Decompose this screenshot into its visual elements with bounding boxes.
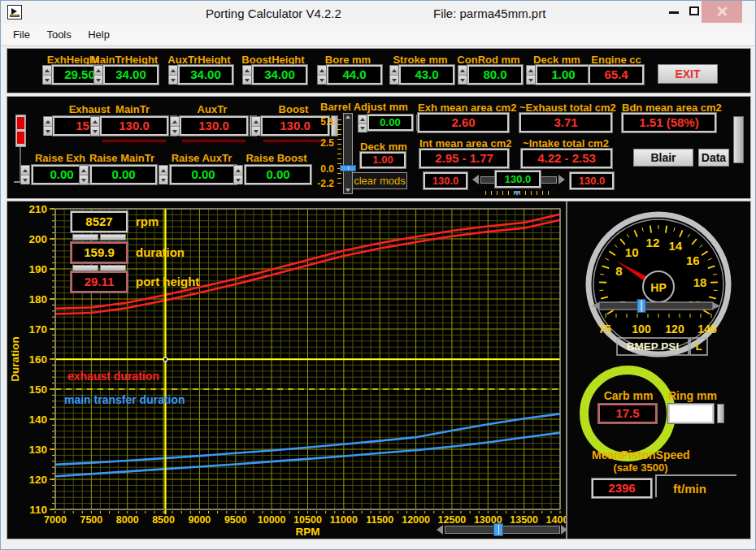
barrel-spinner[interactable] bbox=[358, 115, 367, 132]
raise-field[interactable]: 0.00 bbox=[245, 165, 311, 184]
spin-down-icon[interactable] bbox=[390, 76, 398, 84]
raise-field[interactable]: 0.00 bbox=[170, 165, 237, 184]
spin-up-icon[interactable] bbox=[252, 117, 260, 127]
geometry-field[interactable]: 34.00 bbox=[252, 65, 307, 84]
chart-scrollbar-handle[interactable] bbox=[493, 523, 503, 536]
spin-up-icon[interactable] bbox=[171, 117, 179, 127]
geometry-field[interactable]: 1.00 bbox=[536, 65, 591, 84]
spinner[interactable] bbox=[79, 165, 89, 184]
spin-down-icon[interactable] bbox=[44, 127, 52, 136]
spin-up-icon[interactable] bbox=[91, 117, 99, 127]
spinner[interactable] bbox=[20, 165, 30, 184]
spin-down-icon[interactable] bbox=[94, 76, 102, 84]
spin-down-icon[interactable] bbox=[527, 76, 535, 84]
cursor-duration-field[interactable]: 159.9 bbox=[71, 242, 128, 263]
spinner[interactable] bbox=[159, 165, 168, 184]
spinner[interactable] bbox=[170, 116, 180, 136]
duration-progress-bar bbox=[181, 139, 246, 143]
data-button[interactable]: Data bbox=[698, 149, 729, 167]
carb-mm-field[interactable]: 17.5 bbox=[598, 404, 657, 423]
spin-down-icon[interactable] bbox=[318, 76, 326, 84]
spin-up-icon[interactable] bbox=[43, 66, 51, 76]
spin-up-icon[interactable] bbox=[169, 66, 177, 76]
menu-help[interactable]: Help bbox=[81, 24, 116, 41]
spinner[interactable] bbox=[93, 65, 103, 84]
geometry-field[interactable]: 34.00 bbox=[103, 65, 159, 84]
geometry-field[interactable]: 44.0 bbox=[327, 65, 382, 84]
spin-down-icon[interactable] bbox=[243, 76, 251, 84]
barrel-slider-handle[interactable] bbox=[340, 165, 356, 171]
spin-up-icon[interactable] bbox=[80, 166, 88, 175]
spin-down-icon[interactable] bbox=[43, 76, 51, 84]
spin-down-icon[interactable] bbox=[159, 175, 167, 184]
spin-up-icon[interactable] bbox=[527, 66, 535, 76]
intake-left-arrow-icon[interactable] bbox=[472, 175, 479, 184]
geometry-field[interactable]: 80.0 bbox=[467, 65, 523, 84]
spin-up-icon[interactable] bbox=[318, 66, 326, 76]
ring-mm-field[interactable] bbox=[668, 404, 714, 423]
spin-down-icon[interactable] bbox=[169, 76, 177, 84]
rpm-dec-button[interactable] bbox=[72, 234, 98, 240]
geometry-field[interactable]: 34.00 bbox=[178, 65, 233, 84]
spinner[interactable] bbox=[233, 165, 243, 184]
slider-down-icon[interactable] bbox=[344, 187, 352, 193]
barrel-adjust-field[interactable]: 0.00 bbox=[367, 115, 413, 131]
spinner[interactable] bbox=[168, 65, 178, 84]
intake-right-arrow-icon[interactable] bbox=[558, 175, 565, 184]
spinner[interactable] bbox=[251, 116, 261, 136]
spinner[interactable] bbox=[43, 116, 53, 136]
spin-up-icon[interactable] bbox=[44, 117, 52, 127]
spin-down-icon[interactable] bbox=[252, 127, 260, 136]
spin-down-icon[interactable] bbox=[80, 175, 88, 184]
cursor-port-height-field[interactable]: 29.11 bbox=[71, 271, 128, 292]
duration-field[interactable]: 130.0 bbox=[180, 116, 248, 136]
ring-mm-slider-tab[interactable] bbox=[717, 404, 724, 423]
engine-cc-field: 65.4 bbox=[589, 65, 644, 84]
menu-tools[interactable]: Tools bbox=[40, 24, 77, 41]
spinner[interactable] bbox=[526, 65, 536, 84]
carb-mm-label: Carb mm bbox=[597, 389, 660, 402]
spinner[interactable] bbox=[458, 65, 467, 84]
spin-down-icon[interactable] bbox=[234, 175, 242, 184]
svg-text:18: 18 bbox=[693, 275, 707, 289]
spinner[interactable] bbox=[242, 65, 252, 84]
spin-down-icon[interactable] bbox=[91, 127, 99, 136]
spin-up-icon[interactable] bbox=[234, 166, 242, 175]
exhaust-indicator-slider[interactable] bbox=[15, 115, 26, 147]
spin-up-icon[interactable] bbox=[458, 66, 467, 76]
blair-button[interactable]: Blair bbox=[633, 149, 693, 167]
rpm-inc-button[interactable] bbox=[100, 234, 126, 240]
barrel-scale-label: -2.2 bbox=[310, 178, 334, 189]
clear-mods-button[interactable]: clear mods bbox=[352, 172, 407, 189]
duration-dec-button[interactable] bbox=[72, 265, 98, 271]
spin-up-icon[interactable] bbox=[358, 115, 367, 124]
spin-down-icon[interactable] bbox=[171, 127, 179, 136]
intake-total-field: 4.22 - 2.53 bbox=[521, 149, 612, 168]
title-bar[interactable]: Porting Calculator V4.2.2 File: parma45m… bbox=[1, 1, 755, 24]
spin-up-icon[interactable] bbox=[159, 166, 167, 175]
spinner[interactable] bbox=[42, 65, 52, 84]
spin-up-icon[interactable] bbox=[94, 66, 102, 76]
cursor-rpm-field[interactable]: 8527 bbox=[71, 211, 128, 232]
spin-up-icon[interactable] bbox=[21, 166, 29, 175]
exit-button[interactable]: EXIT bbox=[658, 64, 718, 84]
intake-center-field[interactable]: 130.0 bbox=[495, 171, 541, 188]
spin-up-icon[interactable] bbox=[390, 66, 398, 76]
duration-field[interactable]: 130.0 bbox=[100, 116, 168, 136]
panel2-right-slider[interactable] bbox=[733, 116, 744, 163]
spinner[interactable] bbox=[90, 116, 100, 136]
spin-down-icon[interactable] bbox=[21, 175, 29, 184]
menu-file[interactable]: File bbox=[7, 24, 37, 41]
spin-up-icon[interactable] bbox=[243, 66, 251, 76]
window-file-label: File: parma45mm.prt bbox=[433, 6, 545, 20]
spin-down-icon[interactable] bbox=[458, 76, 467, 84]
geometry-field[interactable]: 43.0 bbox=[399, 65, 454, 84]
slider-up-icon[interactable] bbox=[344, 114, 352, 120]
duration-inc-button[interactable] bbox=[100, 265, 126, 271]
raise-field[interactable]: 0.00 bbox=[90, 165, 157, 184]
spinner[interactable] bbox=[317, 65, 327, 84]
spin-down-icon[interactable] bbox=[358, 124, 367, 132]
chart-scroll-left-icon[interactable] bbox=[437, 525, 443, 535]
spinner[interactable] bbox=[389, 65, 399, 84]
close-button[interactable] bbox=[702, 1, 742, 23]
